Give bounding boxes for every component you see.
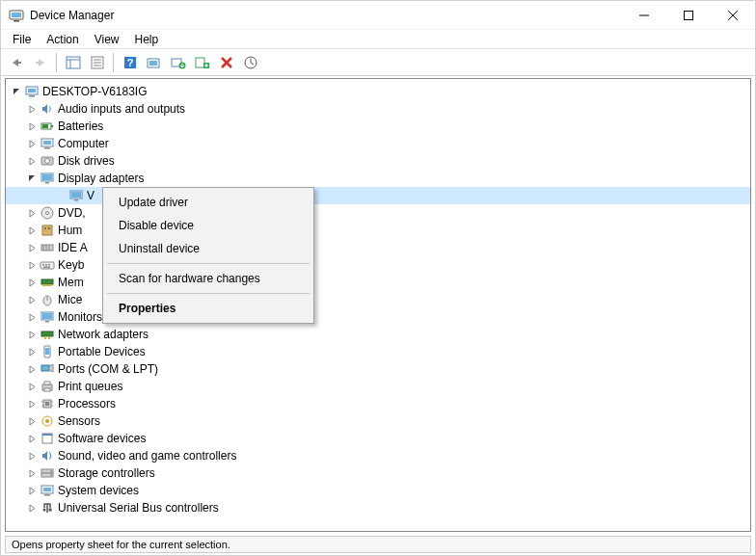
scan-button[interactable] [143, 52, 165, 73]
minimize-button[interactable] [622, 1, 666, 30]
context-menu-item[interactable]: Update driver [105, 191, 311, 214]
context-menu-item[interactable]: Properties [105, 297, 311, 320]
expand-icon[interactable] [25, 362, 39, 376]
tree-category[interactable]: Processors [6, 395, 750, 412]
menu-help[interactable]: Help [127, 31, 167, 48]
collapse-icon[interactable] [10, 85, 23, 98]
tree-category[interactable]: Universal Serial Bus controllers [6, 499, 750, 516]
svg-point-88 [50, 470, 52, 472]
expand-icon[interactable] [25, 293, 39, 306]
add-legacy-button[interactable] [191, 52, 213, 73]
category-icon [40, 205, 55, 221]
expand-icon[interactable] [25, 154, 39, 168]
category-label: Audio inputs and outputs [58, 102, 185, 116]
svg-rect-2 [14, 20, 19, 22]
category-icon [40, 465, 55, 481]
expand-icon[interactable] [25, 466, 39, 480]
expand-icon[interactable] [25, 224, 39, 237]
expand-icon[interactable] [25, 432, 39, 445]
svg-point-47 [46, 212, 49, 215]
expand-icon[interactable] [25, 258, 39, 272]
uninstall-button[interactable] [239, 52, 261, 73]
tree-root[interactable]: DESKTOP-V6183IG [6, 83, 750, 100]
tree-category[interactable]: System devices [6, 482, 750, 499]
expand-icon[interactable] [25, 414, 39, 428]
category-label: Disk drives [58, 154, 115, 168]
svg-rect-48 [42, 225, 52, 235]
tree-category[interactable]: Computer [6, 135, 750, 152]
svg-rect-34 [42, 124, 48, 128]
expand-icon[interactable] [25, 241, 39, 254]
expand-icon[interactable] [25, 501, 39, 515]
category-label: Sound, video and game controllers [58, 449, 236, 463]
svg-rect-58 [48, 264, 50, 266]
svg-rect-8 [36, 62, 39, 64]
category-icon [40, 379, 55, 394]
back-button[interactable] [5, 52, 27, 73]
svg-rect-91 [43, 488, 51, 491]
collapse-icon[interactable] [25, 172, 39, 185]
category-label: Print queues [58, 380, 122, 393]
tree-category[interactable]: Display adapters [6, 170, 750, 187]
tree-category[interactable]: Software devices [6, 430, 750, 447]
context-menu-item[interactable]: Disable device [105, 214, 311, 237]
expand-icon[interactable] [25, 206, 39, 220]
category-icon [40, 413, 55, 429]
svg-point-83 [45, 419, 49, 423]
svg-rect-22 [196, 58, 204, 67]
expand-icon[interactable] [25, 345, 39, 358]
expand-icon[interactable] [25, 397, 39, 410]
svg-rect-71 [45, 348, 49, 355]
context-menu-separator [107, 263, 310, 264]
category-icon [40, 292, 55, 307]
context-menu-item[interactable]: Uninstall device [105, 237, 311, 260]
expand-icon[interactable] [25, 380, 39, 393]
tree-category[interactable]: Portable Devices [6, 343, 750, 360]
help-button[interactable]: ? [119, 52, 141, 73]
svg-rect-36 [43, 141, 51, 145]
tree-category[interactable]: Sensors [6, 412, 750, 430]
category-label: System devices [58, 484, 139, 497]
svg-rect-44 [71, 192, 81, 198]
show-hidden-button[interactable] [62, 52, 84, 73]
forward-button[interactable] [29, 52, 51, 73]
tree-category[interactable]: Print queues [6, 378, 750, 395]
category-label: Mice [58, 293, 82, 306]
svg-point-49 [44, 227, 46, 229]
context-menu-item[interactable]: Scan for hardware changes [105, 267, 311, 290]
expand-icon[interactable] [25, 449, 39, 463]
maximize-button[interactable] [666, 1, 711, 30]
menu-action[interactable]: Action [39, 31, 86, 48]
remove-button[interactable] [215, 52, 237, 73]
expand-icon[interactable] [25, 119, 39, 133]
svg-rect-61 [42, 284, 52, 286]
tree-category[interactable]: Storage controllers [6, 464, 750, 482]
toolbar-separator [56, 53, 57, 72]
expand-icon[interactable] [25, 137, 39, 150]
category-label: Universal Serial Bus controllers [58, 501, 219, 515]
svg-rect-45 [74, 199, 78, 201]
tree-category[interactable]: Network adapters [6, 326, 750, 343]
window-title: Device Manager [30, 9, 622, 22]
expand-icon[interactable] [25, 484, 39, 497]
close-button[interactable] [711, 1, 755, 30]
tree-category[interactable]: Audio inputs and outputs [6, 100, 750, 118]
tree-category[interactable]: Disk drives [6, 152, 750, 170]
category-icon [40, 101, 55, 117]
category-label: Ports (COM & LPT) [58, 362, 158, 376]
category-icon [40, 275, 55, 290]
tree-category[interactable]: Batteries [6, 118, 750, 135]
expand-icon[interactable] [25, 328, 39, 341]
menubar: File Action View Help [1, 30, 755, 49]
category-icon [40, 327, 55, 342]
expand-icon[interactable] [25, 276, 39, 289]
tree-category[interactable]: Sound, video and game controllers [6, 447, 750, 464]
menu-view[interactable]: View [87, 31, 127, 48]
svg-rect-69 [48, 336, 50, 339]
expand-icon[interactable] [25, 310, 39, 324]
expand-icon[interactable] [25, 102, 39, 116]
update-driver-button[interactable] [167, 52, 189, 73]
menu-file[interactable]: File [5, 31, 39, 48]
properties-button[interactable] [86, 52, 108, 73]
tree-category[interactable]: Ports (COM & LPT) [6, 360, 750, 378]
